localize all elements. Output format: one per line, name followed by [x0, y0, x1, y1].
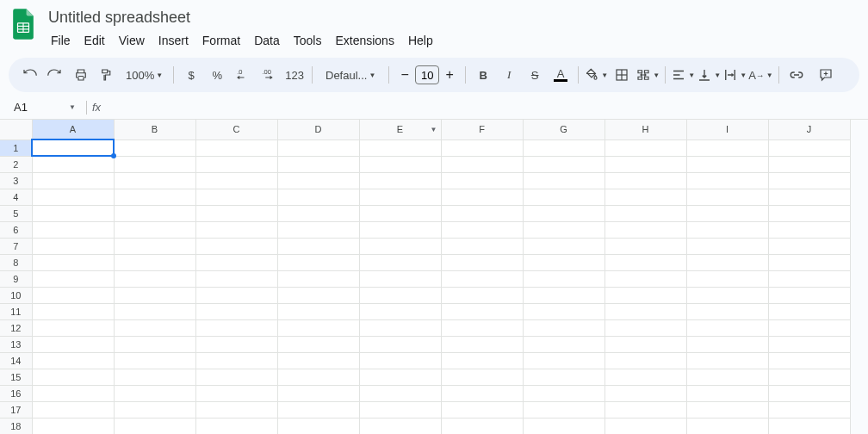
- cell[interactable]: [32, 336, 114, 352]
- menu-extensions[interactable]: Extensions: [329, 30, 400, 51]
- paint-format-button[interactable]: [95, 63, 119, 87]
- cell[interactable]: [768, 189, 850, 205]
- cell[interactable]: [523, 303, 604, 319]
- cell[interactable]: [768, 238, 850, 254]
- cell[interactable]: [768, 418, 850, 434]
- cell[interactable]: [768, 140, 850, 156]
- vertical-align-button[interactable]: ▼: [697, 63, 721, 87]
- cell[interactable]: [195, 189, 277, 205]
- row-header[interactable]: 12: [0, 319, 32, 336]
- text-wrap-button[interactable]: ▼: [722, 63, 747, 87]
- cell[interactable]: [604, 352, 686, 369]
- cell[interactable]: [32, 401, 114, 418]
- cell[interactable]: [359, 189, 441, 205]
- cell[interactable]: [277, 270, 359, 287]
- decrease-font-size-button[interactable]: −: [394, 65, 415, 85]
- cell[interactable]: [604, 369, 686, 385]
- cell[interactable]: [523, 287, 604, 303]
- cell[interactable]: [604, 287, 686, 303]
- cell[interactable]: [277, 221, 359, 238]
- cell[interactable]: [32, 418, 114, 434]
- cell[interactable]: [114, 336, 195, 352]
- cell[interactable]: [114, 254, 195, 270]
- cell[interactable]: [441, 156, 523, 172]
- cell[interactable]: [604, 401, 686, 418]
- cell[interactable]: [114, 287, 195, 303]
- cell[interactable]: [441, 140, 523, 156]
- cell[interactable]: [604, 238, 686, 254]
- cell[interactable]: [359, 418, 441, 434]
- cell[interactable]: [359, 303, 441, 319]
- cell[interactable]: [114, 205, 195, 221]
- cell[interactable]: [32, 140, 114, 156]
- menu-format[interactable]: Format: [196, 30, 246, 51]
- cell[interactable]: [604, 385, 686, 401]
- row-header[interactable]: 5: [0, 205, 32, 221]
- cell[interactable]: [686, 287, 768, 303]
- cell[interactable]: [359, 352, 441, 369]
- row-header[interactable]: 4: [0, 189, 32, 205]
- cell[interactable]: [114, 319, 195, 336]
- filter-icon[interactable]: ▼: [431, 126, 437, 133]
- cell[interactable]: [277, 336, 359, 352]
- cell[interactable]: [195, 221, 277, 238]
- cell[interactable]: [114, 418, 195, 434]
- cell[interactable]: [277, 287, 359, 303]
- cell[interactable]: [32, 172, 114, 189]
- column-header[interactable]: G: [523, 120, 604, 140]
- cell[interactable]: [359, 369, 441, 385]
- cell[interactable]: [32, 270, 114, 287]
- cell[interactable]: [277, 172, 359, 189]
- cell[interactable]: [114, 303, 195, 319]
- cell[interactable]: [523, 156, 604, 172]
- cell[interactable]: [277, 319, 359, 336]
- cell[interactable]: [523, 319, 604, 336]
- row-header[interactable]: 1: [0, 140, 32, 156]
- spreadsheet-grid[interactable]: ABCDE▼FGHIJ 123456789101112131415161718: [0, 120, 851, 434]
- cell[interactable]: [359, 319, 441, 336]
- cell[interactable]: [277, 401, 359, 418]
- cell[interactable]: [768, 385, 850, 401]
- increase-decimals-button[interactable]: .00: [257, 63, 281, 87]
- cell[interactable]: [686, 189, 768, 205]
- cell[interactable]: [32, 205, 114, 221]
- cell[interactable]: [195, 140, 277, 156]
- cell[interactable]: [768, 270, 850, 287]
- cell[interactable]: [114, 189, 195, 205]
- cell[interactable]: [277, 369, 359, 385]
- column-header[interactable]: E▼: [359, 120, 441, 140]
- cell[interactable]: [523, 189, 604, 205]
- cell[interactable]: [686, 156, 768, 172]
- cell[interactable]: [359, 336, 441, 352]
- cell[interactable]: [768, 172, 850, 189]
- cell[interactable]: [441, 189, 523, 205]
- cell[interactable]: [768, 336, 850, 352]
- print-button[interactable]: [69, 63, 93, 87]
- row-header[interactable]: 3: [0, 172, 32, 189]
- italic-button[interactable]: I: [497, 63, 521, 87]
- cell[interactable]: [441, 385, 523, 401]
- cell[interactable]: [768, 319, 850, 336]
- cell[interactable]: [114, 238, 195, 254]
- cell[interactable]: [114, 172, 195, 189]
- cell[interactable]: [32, 352, 114, 369]
- cell[interactable]: [523, 140, 604, 156]
- cell[interactable]: [523, 369, 604, 385]
- cell[interactable]: [32, 385, 114, 401]
- cell[interactable]: [277, 303, 359, 319]
- cell[interactable]: [523, 418, 604, 434]
- cell[interactable]: [604, 254, 686, 270]
- cell[interactable]: [686, 352, 768, 369]
- menu-tools[interactable]: Tools: [288, 30, 328, 51]
- cell[interactable]: [686, 254, 768, 270]
- menu-insert[interactable]: Insert: [152, 30, 195, 51]
- column-header[interactable]: J: [768, 120, 850, 140]
- currency-button[interactable]: $: [179, 63, 203, 87]
- row-header[interactable]: 14: [0, 352, 32, 369]
- cell[interactable]: [523, 270, 604, 287]
- cell[interactable]: [32, 221, 114, 238]
- font-select[interactable]: Defaul...▼: [318, 63, 383, 87]
- cell[interactable]: [195, 205, 277, 221]
- cell[interactable]: [195, 352, 277, 369]
- cell[interactable]: [686, 172, 768, 189]
